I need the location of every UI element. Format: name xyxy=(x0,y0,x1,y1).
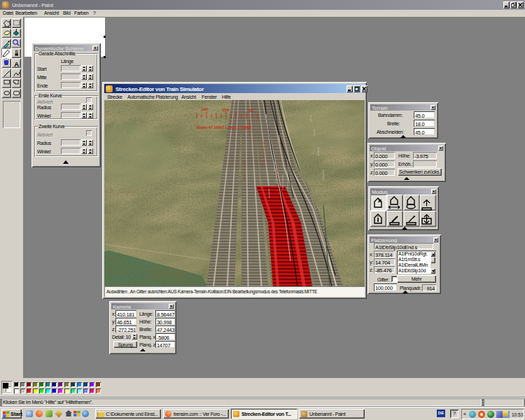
svg-text:50: 50 xyxy=(248,108,253,113)
svg-text:100: 100 xyxy=(201,107,209,111)
svg-text:A: A xyxy=(14,60,19,68)
svg-text:Breite 47 34697 Länge 2 16982: Breite 47 34697 Länge 2 16982 xyxy=(197,125,251,130)
svg-text:150: 150 xyxy=(222,108,230,112)
